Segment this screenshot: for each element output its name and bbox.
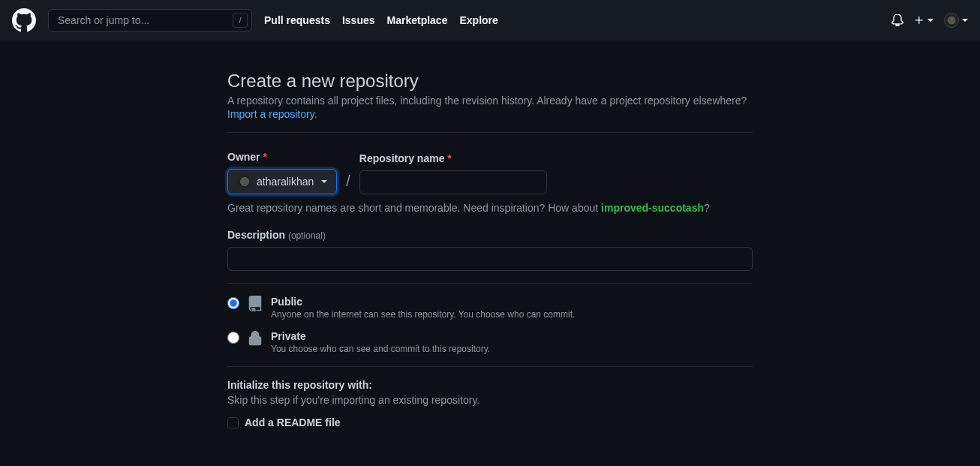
- private-radio[interactable]: [227, 332, 239, 344]
- search-slash-hint: /: [233, 13, 248, 28]
- app-header: / Pull requests Issues Marketplace Explo…: [0, 0, 980, 41]
- public-text: Public Anyone on the internet can see th…: [271, 296, 575, 320]
- divider: [227, 132, 753, 133]
- divider: [227, 366, 753, 367]
- repo-name-label: Repository name *: [359, 152, 547, 164]
- repo-name-field: Repository name *: [359, 152, 547, 194]
- divider: [227, 283, 753, 284]
- search-input[interactable]: [48, 9, 252, 32]
- user-menu[interactable]: [944, 13, 968, 28]
- search-wrap: /: [48, 9, 252, 32]
- primary-nav: Pull requests Issues Marketplace Explore: [264, 14, 498, 26]
- visibility-private-row: Private You choose who can see and commi…: [227, 330, 753, 354]
- repo-name-input[interactable]: [359, 170, 547, 194]
- owner-select-button[interactable]: atharalikhan: [227, 169, 337, 194]
- name-helper-text: Great repository names are short and mem…: [227, 202, 753, 214]
- nav-marketplace[interactable]: Marketplace: [387, 14, 448, 26]
- nav-issues[interactable]: Issues: [342, 14, 375, 26]
- page-title: Create a new repository: [227, 71, 753, 92]
- initialize-subtext: Skip this step if you're importing an ex…: [227, 394, 753, 406]
- caret-down-icon: [321, 180, 327, 183]
- path-slash: /: [343, 173, 353, 194]
- readme-checkbox[interactable]: [227, 417, 239, 428]
- github-logo-icon[interactable]: [12, 8, 36, 32]
- page-subtitle: A repository contains all project files,…: [227, 95, 753, 107]
- description-label: Description (optional): [227, 229, 753, 241]
- public-radio[interactable]: [227, 297, 239, 309]
- owner-name: atharalikhan: [257, 176, 314, 188]
- visibility-public-row: Public Anyone on the internet can see th…: [227, 296, 753, 320]
- main-form: Create a new repository A repository con…: [227, 71, 753, 428]
- avatar: [944, 13, 959, 28]
- owner-label: Owner *: [227, 151, 337, 163]
- owner-field: Owner * atharalikhan: [227, 151, 337, 194]
- nav-explore[interactable]: Explore: [459, 14, 498, 26]
- repo-name-suggestion[interactable]: improved-succotash: [601, 202, 704, 214]
- import-repository-link[interactable]: Import a repository.: [227, 108, 317, 120]
- initialize-heading: Initialize this repository with:: [227, 379, 753, 391]
- nav-pull-requests[interactable]: Pull requests: [264, 14, 330, 26]
- private-text: Private You choose who can see and commi…: [271, 330, 490, 354]
- repo-icon: [247, 296, 263, 312]
- create-new-dropdown[interactable]: [914, 15, 933, 26]
- readme-check-row: Add a README file: [227, 416, 753, 428]
- description-input[interactable]: [227, 247, 753, 271]
- owner-avatar: [237, 174, 252, 189]
- lock-icon: [247, 330, 263, 347]
- readme-label[interactable]: Add a README file: [245, 416, 341, 428]
- caret-down-icon: [927, 19, 933, 22]
- caret-down-icon: [962, 19, 968, 22]
- notifications-icon[interactable]: [891, 14, 903, 26]
- header-right: [891, 13, 968, 28]
